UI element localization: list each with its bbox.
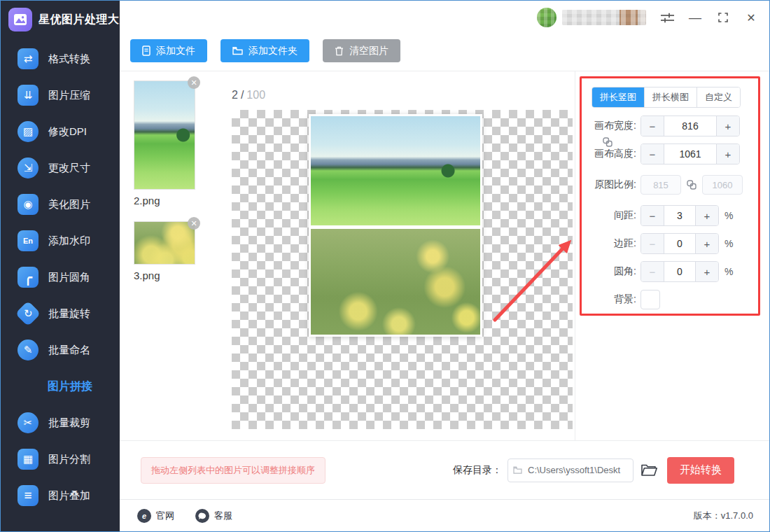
margin-stepper: − + bbox=[640, 233, 719, 254]
sidebar-item-batch-crop[interactable]: ✂ 批量裁剪 bbox=[1, 405, 120, 441]
decrease-button[interactable]: − bbox=[641, 262, 664, 281]
original-ratio-row: 原图比例: bbox=[582, 175, 758, 195]
chat-icon bbox=[195, 509, 209, 523]
settings-icon[interactable] bbox=[660, 10, 674, 24]
tab-horizontal-stitch[interactable]: 拼长横图 bbox=[644, 88, 696, 107]
file-name-1: 2.png bbox=[134, 195, 211, 206]
tab-vertical-stitch[interactable]: 拼长竖图 bbox=[592, 88, 644, 107]
customer-service-link[interactable]: 客服 bbox=[195, 509, 232, 523]
preview-image-1 bbox=[311, 116, 480, 225]
spacing-row: 间距: − + % bbox=[582, 206, 758, 225]
sidebar-item-image-overlay[interactable]: ≡ 图片叠加 bbox=[1, 477, 120, 514]
add-file-button[interactable]: 添加文件 bbox=[130, 39, 207, 62]
round-corner-icon: ╭ bbox=[18, 267, 38, 288]
corner-radius-row: 圆角: − + % bbox=[582, 262, 758, 281]
canvas-width-row: 画布宽度: − + bbox=[582, 116, 758, 136]
add-folder-button[interactable]: 添加文件夹 bbox=[220, 39, 309, 62]
background-color-swatch[interactable] bbox=[640, 290, 660, 309]
batch-rename-icon: ✎ bbox=[18, 340, 38, 360]
sidebar-nav: ⇄ 格式转换 ⇊ 图片压缩 ▨ 修改DPI ⇲ 更改尺寸 ◉ 美化图片 En 添… bbox=[1, 41, 120, 514]
watermark-icon: En bbox=[18, 230, 38, 251]
margin-input[interactable] bbox=[664, 234, 695, 253]
sidebar-item-modify-dpi[interactable]: ▨ 修改DPI bbox=[1, 113, 120, 150]
margin-row: 边距: − + % bbox=[582, 234, 758, 253]
preview-image-2 bbox=[311, 229, 480, 335]
sidebar-item-round-corner[interactable]: ╭ 图片圆角 bbox=[1, 259, 120, 295]
decrease-button[interactable]: − bbox=[641, 234, 664, 253]
increase-button[interactable]: + bbox=[716, 116, 739, 136]
footer: e 官网 客服 版本：v1.7.0.0 bbox=[120, 499, 770, 532]
increase-button[interactable]: + bbox=[695, 234, 718, 253]
username-redacted bbox=[562, 10, 646, 25]
spacing-input[interactable] bbox=[664, 206, 695, 225]
bottom-bar: 拖动左侧列表中的图片可以调整拼接顺序 保存目录： 开始转换 bbox=[120, 440, 770, 499]
canvas-width-input[interactable] bbox=[664, 116, 716, 136]
save-directory-label: 保存目录： bbox=[453, 464, 502, 477]
file-list: ✕ 2.png ✕ 3.png bbox=[134, 80, 211, 296]
beautify-icon: ◉ bbox=[18, 194, 38, 215]
browser-icon: e bbox=[137, 509, 151, 523]
canvas-width-stepper: − + bbox=[640, 115, 740, 136]
link-ratio-icon bbox=[687, 180, 696, 190]
sidebar-item-image-stitch[interactable]: 图片拼接 bbox=[1, 368, 120, 405]
save-path-field[interactable] bbox=[507, 458, 634, 482]
sidebar-item-image-split[interactable]: ▦ 图片分割 bbox=[1, 441, 120, 477]
image-stitch-icon bbox=[18, 377, 38, 396]
drag-hint: 拖动左侧列表中的图片可以调整拼接顺序 bbox=[141, 457, 326, 484]
minimize-button[interactable]: — bbox=[688, 10, 702, 24]
file-icon bbox=[142, 46, 150, 56]
save-path-input[interactable] bbox=[526, 464, 634, 476]
modify-dpi-icon: ▨ bbox=[18, 121, 38, 142]
image-split-icon: ▦ bbox=[18, 449, 38, 470]
corner-radius-stepper: − + bbox=[640, 261, 719, 282]
file-name-2: 3.png bbox=[134, 270, 211, 281]
decrease-button[interactable]: − bbox=[641, 206, 664, 225]
tab-custom[interactable]: 自定义 bbox=[696, 88, 740, 107]
batch-crop-icon: ✂ bbox=[18, 412, 38, 433]
sidebar-item-beautify[interactable]: ◉ 美化图片 bbox=[1, 186, 120, 223]
original-height-field bbox=[702, 175, 743, 195]
stitch-canvas bbox=[309, 114, 482, 337]
toolbar-divider bbox=[120, 71, 770, 71]
stitch-mode-tabs: 拼长竖图 拼长横图 自定义 bbox=[592, 87, 741, 108]
close-button[interactable]: ✕ bbox=[744, 10, 758, 24]
background-row: 背景: bbox=[582, 290, 758, 309]
decrease-button[interactable]: − bbox=[641, 144, 664, 164]
original-width-field bbox=[640, 175, 681, 195]
image-compress-icon: ⇊ bbox=[18, 85, 38, 106]
preview-area bbox=[232, 110, 573, 429]
official-site-link[interactable]: e 官网 bbox=[137, 509, 174, 523]
app-title: 星优图片处理大师 bbox=[38, 13, 131, 27]
clear-images-button[interactable]: 清空图片 bbox=[323, 39, 400, 62]
sidebar-item-resize[interactable]: ⇲ 更改尺寸 bbox=[1, 150, 120, 186]
titlebar: — ✕ bbox=[120, 1, 770, 34]
stitch-settings-panel: 拼长竖图 拼长横图 自定义 画布宽度: − + 画布高度: − + 原图比例: bbox=[580, 76, 760, 316]
toolbar: 添加文件 添加文件夹 清空图片 bbox=[130, 39, 400, 62]
image-counter: 2/100 bbox=[232, 89, 265, 102]
image-overlay-icon: ≡ bbox=[18, 485, 38, 506]
spacing-stepper: − + bbox=[640, 205, 719, 226]
canvas-height-stepper: − + bbox=[640, 144, 740, 164]
folder-small-icon bbox=[513, 466, 522, 474]
sidebar-item-format-convert[interactable]: ⇄ 格式转换 bbox=[1, 41, 120, 77]
increase-button[interactable]: + bbox=[716, 144, 739, 164]
sidebar-item-image-compress[interactable]: ⇊ 图片压缩 bbox=[1, 77, 120, 113]
user-avatar[interactable] bbox=[537, 8, 556, 27]
trash-icon bbox=[335, 46, 344, 56]
sidebar-item-batch-rename[interactable]: ✎ 批量命名 bbox=[1, 332, 120, 368]
browse-folder-icon[interactable] bbox=[640, 463, 657, 477]
file-thumbnail-2[interactable]: ✕ bbox=[134, 221, 195, 265]
maximize-button[interactable] bbox=[716, 10, 730, 24]
increase-button[interactable]: + bbox=[695, 206, 718, 225]
sidebar-item-watermark[interactable]: En 添加水印 bbox=[1, 223, 120, 259]
link-dimensions-icon[interactable] bbox=[603, 137, 612, 150]
corner-radius-input[interactable] bbox=[664, 262, 695, 281]
start-convert-button[interactable]: 开始转换 bbox=[667, 457, 734, 484]
sidebar-item-batch-rotate[interactable]: ↻ 批量旋转 bbox=[1, 295, 120, 332]
canvas-height-input[interactable] bbox=[664, 144, 716, 164]
increase-button[interactable]: + bbox=[695, 262, 718, 281]
remove-file-icon[interactable]: ✕ bbox=[188, 76, 200, 89]
decrease-button[interactable]: − bbox=[641, 116, 664, 136]
remove-file-icon[interactable]: ✕ bbox=[188, 217, 200, 230]
file-thumbnail-1[interactable]: ✕ bbox=[134, 80, 195, 190]
